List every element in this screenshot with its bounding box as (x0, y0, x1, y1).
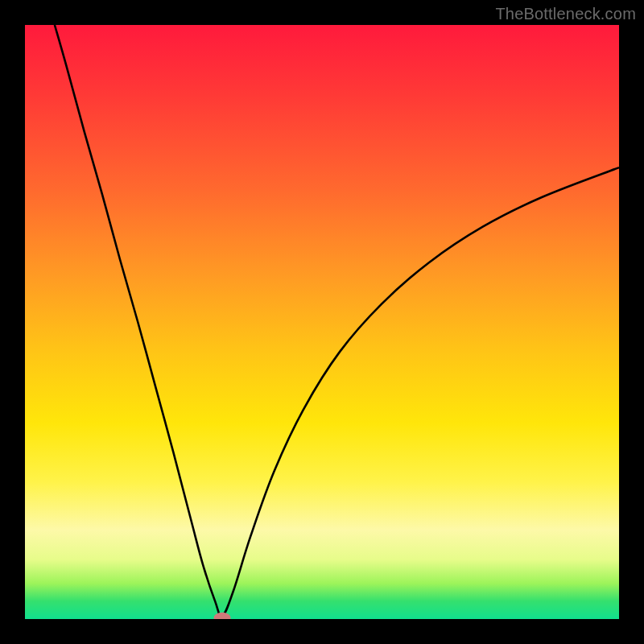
bottleneck-curve (55, 25, 619, 617)
chart-plot-area (25, 25, 619, 619)
min-marker (214, 613, 231, 619)
chart-svg (25, 25, 619, 619)
watermark-text: TheBottleneck.com (495, 5, 636, 23)
chart-frame: TheBottleneck.com (0, 0, 644, 644)
